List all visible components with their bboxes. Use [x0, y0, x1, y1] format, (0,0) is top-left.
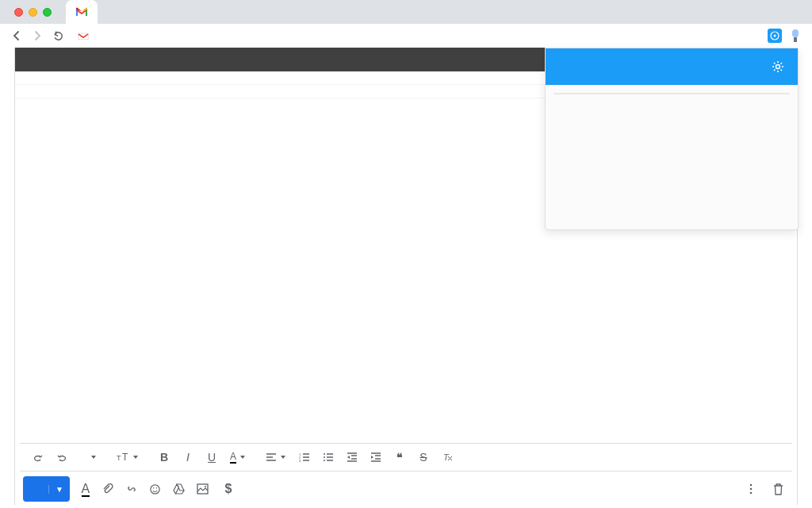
numbered-list-button[interactable]: 123: [294, 447, 315, 468]
svg-point-19: [750, 484, 753, 487]
strikethrough-button[interactable]: S: [413, 447, 434, 468]
back-button[interactable]: [10, 29, 24, 43]
underline-button[interactable]: U: [201, 447, 222, 468]
format-toolbar: TT B I U A 123 ❝ S T: [20, 443, 792, 471]
browser-tab-gmail[interactable]: [66, 0, 98, 24]
meeting-list: [546, 85, 798, 102]
svg-text:T: T: [117, 454, 121, 462]
svg-point-2: [774, 35, 776, 37]
gmail-favicon-icon: [78, 32, 89, 40]
address-row: [0, 24, 812, 48]
svg-rect-4: [794, 37, 797, 42]
svg-point-22: [776, 65, 780, 69]
gmail-icon: [75, 7, 88, 17]
link-icon[interactable]: [125, 483, 141, 495]
attach-icon[interactable]: [102, 483, 117, 495]
svg-point-11: [324, 456, 325, 458]
send-button[interactable]: ▼: [23, 476, 70, 502]
italic-button[interactable]: I: [178, 447, 198, 468]
svg-point-21: [750, 492, 753, 495]
undo-button[interactable]: [28, 447, 48, 468]
address-bar[interactable]: [71, 30, 761, 42]
bold-button[interactable]: B: [154, 447, 174, 468]
emoji-icon[interactable]: [149, 483, 165, 495]
insert-photo-icon[interactable]: [197, 483, 213, 495]
svg-rect-3: [792, 29, 799, 37]
font-size-select[interactable]: TT: [112, 447, 144, 468]
settings-icon[interactable]: [771, 60, 785, 74]
appointlet-extension-icon[interactable]: [768, 29, 782, 43]
svg-text:T: T: [122, 452, 128, 463]
indent-less-button[interactable]: [342, 447, 362, 468]
send-options-dropdown[interactable]: ▼: [48, 485, 70, 494]
forward-button[interactable]: [30, 29, 44, 43]
bullet-list-button[interactable]: [318, 447, 339, 468]
svg-text:3: 3: [299, 459, 301, 462]
close-window-button[interactable]: [14, 8, 23, 17]
meeting-links-header: [546, 48, 798, 85]
svg-point-10: [324, 453, 325, 455]
remove-formatting-button[interactable]: T: [437, 447, 458, 468]
profile-avatar-icon[interactable]: [788, 29, 802, 43]
svg-point-14: [151, 484, 159, 493]
browser-chrome: [0, 0, 812, 48]
send-row: ▼ A $: [15, 471, 797, 506]
discard-icon[interactable]: [773, 483, 789, 495]
redo-button[interactable]: [52, 447, 72, 468]
quote-button[interactable]: ❝: [389, 447, 410, 468]
svg-point-16: [156, 487, 158, 488]
svg-point-12: [324, 460, 325, 461]
money-icon[interactable]: $: [220, 482, 236, 496]
minimize-window-button[interactable]: [29, 8, 37, 17]
svg-point-20: [750, 488, 753, 491]
meeting-links-panel: [545, 48, 799, 230]
reload-button[interactable]: [51, 29, 65, 43]
extension-icons: [768, 29, 802, 43]
indent-more-button[interactable]: [366, 447, 386, 468]
svg-point-15: [153, 487, 155, 488]
formatting-toggle-icon[interactable]: A: [78, 482, 94, 496]
svg-point-18: [205, 486, 206, 487]
maximize-window-button[interactable]: [43, 8, 52, 17]
drive-icon[interactable]: [173, 483, 189, 495]
window-controls: [14, 8, 52, 17]
compose-window: TT B I U A 123 ❝ S T ▼ A: [14, 48, 798, 506]
text-color-button[interactable]: A: [225, 447, 251, 468]
font-family-select[interactable]: [82, 447, 102, 468]
align-button[interactable]: [261, 447, 291, 468]
more-options-icon[interactable]: [749, 483, 765, 495]
tab-bar: [0, 0, 812, 24]
